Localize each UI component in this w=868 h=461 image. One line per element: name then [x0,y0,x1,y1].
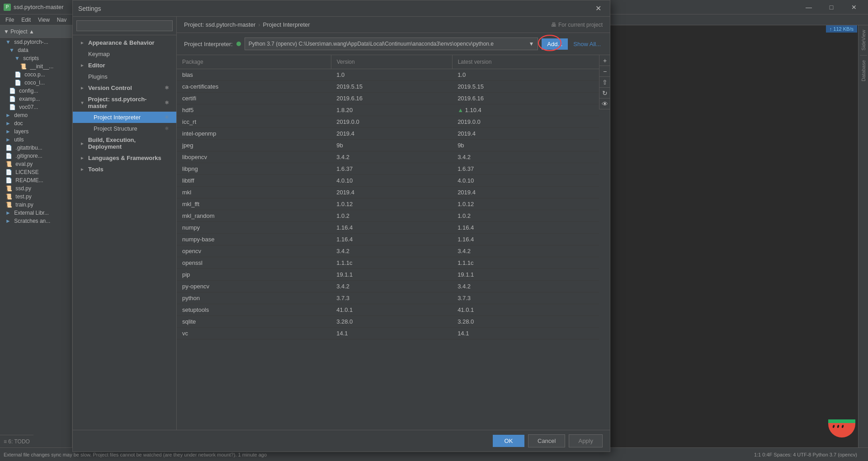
menu-file[interactable]: File [2,14,18,25]
table-row[interactable]: hdf51.8.20▲ 1.10.4 [177,104,599,116]
tree-gitattrib[interactable]: 📄 .gitattribu... [0,144,72,152]
nav-plugins[interactable]: Plugins [73,71,176,82]
tree-examp[interactable]: 📄 examp... [0,95,72,103]
settings-sidebar: ► Appearance & Behavior Keymap ► Editor … [73,17,177,430]
cell-package: jpeg [177,140,331,151]
right-panel-tabs: SideView Database [858,25,868,447]
nav-version-control[interactable]: ► Version Control ⚛ [73,82,176,94]
settings-search-input[interactable] [76,20,173,31]
table-row[interactable]: numpy-base1.16.41.16.4 [177,234,599,245]
tree-ssd[interactable]: 📜 ssd.py [0,184,72,193]
nav-languages[interactable]: ► Languages & Frameworks [73,152,176,164]
table-row[interactable]: openssl1.1.1c1.1.1c [177,257,599,269]
table-row[interactable]: mkl2019.42019.4 [177,187,599,198]
show-all-button[interactable]: Show All... [571,38,603,50]
todo-tab-label: ≡ 6: TODO [4,438,30,445]
apply-button[interactable]: Apply [569,434,603,447]
file-icon: 📄 [5,177,12,183]
nav-appearance[interactable]: ► Appearance & Behavior [73,37,176,48]
tree-root[interactable]: ▼ ssd.pytorch-... [0,38,72,46]
table-row[interactable]: setuptools41.0.141.0.1 [177,304,599,316]
tree-demo[interactable]: ► demo [0,111,72,119]
tree-license[interactable]: 📄 LICENSE [0,168,72,176]
todo-tab[interactable]: ≡ 6: TODO [0,435,33,447]
nav-project-ssd[interactable]: ▼ Project: ssd.pytorch-master ⚛ [73,94,176,112]
file-icon: 📄 [9,104,16,110]
dialog-close-button[interactable]: ✕ [592,2,604,15]
interpreter-select[interactable]: Python 3.7 (opencv) C:\Users\man.wang\Ap… [245,38,538,50]
table-row[interactable]: ca-certificates2019.5.152019.5.15 [177,81,599,93]
table-row[interactable]: icc_rt2019.0.02019.0.0 [177,116,599,128]
tree-doc[interactable]: ► doc [0,119,72,127]
cell-package: libopencv [177,151,331,163]
table-row[interactable]: python3.7.33.7.3 [177,292,599,304]
ide-close-button[interactable]: ✕ [844,0,864,14]
package-table: Package Version Latest version blas1.01.… [177,55,599,339]
table-row[interactable]: vc14.114.1 [177,328,599,339]
remove-package-button[interactable]: − [599,66,610,77]
table-row[interactable]: libopencv3.4.23.4.2 [177,151,599,163]
tree-layers[interactable]: ► layers [0,127,72,136]
menu-edit[interactable]: Edit [18,14,34,25]
tree-utils[interactable]: ► utils [0,136,72,144]
table-scroll[interactable]: Package Version Latest version blas1.01.… [177,55,610,430]
cell-version: 2019.4 [331,187,452,198]
tree-coco-p[interactable]: 📄 coco.p... [0,71,72,79]
add-interpreter-button[interactable]: Add... [542,38,568,50]
tree-train[interactable]: 📜 train.py [0,201,72,209]
table-row[interactable]: intel-openmp2019.42019.4 [177,128,599,140]
add-package-button[interactable]: + [599,55,610,66]
maximize-button[interactable]: □ [821,0,842,14]
tree-init[interactable]: 📜 __init__... [0,62,72,71]
table-row[interactable]: py-opencv3.4.23.4.2 [177,281,599,292]
cell-version: 3.7.3 [331,292,452,304]
py-icon: 📜 [5,202,12,208]
cell-version: 2019.6.16 [331,93,452,104]
minimize-button[interactable]: — [798,0,819,14]
add-button-wrapper: Add... [542,38,568,50]
tree-scratches[interactable]: ► Scratches an... [0,217,72,225]
nav-project-label: Project: ssd.pytorch-master [88,96,162,109]
table-row[interactable]: pip19.1.119.1.1 [177,269,599,281]
tree-gitignore[interactable]: 📄 .gitignore... [0,152,72,160]
ok-button[interactable]: OK [493,435,524,447]
tree-config[interactable]: 📄 config... [0,87,72,95]
table-row[interactable]: blas1.01.0 [177,69,599,81]
table-row[interactable]: libtiff4.0.104.0.10 [177,175,599,187]
sideview-tab[interactable]: SideView [860,27,867,53]
tree-coco-l[interactable]: 📄 coco_l... [0,79,72,87]
table-row[interactable]: libpng1.6.371.6.37 [177,163,599,175]
tree-test[interactable]: 📜 test.py [0,193,72,201]
nav-project-structure[interactable]: Project Structure ⚛ [73,123,176,134]
table-row[interactable]: mkl_fft1.0.121.0.12 [177,198,599,210]
nav-project-interpreter[interactable]: Project Interpreter ⚛ [73,112,176,123]
tree-external-libs[interactable]: ► External Libr... [0,209,72,217]
nav-build-exec[interactable]: ► Build, Execution, Deployment [73,134,176,152]
folder-icon: ► [5,112,11,118]
upgrade-package-button[interactable]: ⇧ [599,77,610,88]
table-row[interactable]: sqlite3.28.03.28.0 [177,316,599,328]
table-row[interactable]: mkl_random1.0.21.0.2 [177,210,599,222]
cancel-button[interactable]: Cancel [528,434,565,447]
tree-data[interactable]: ▼ data [0,46,72,54]
tree-voc07[interactable]: 📄 voc07... [0,103,72,111]
nav-tools[interactable]: ► Tools [73,164,176,175]
cell-package: py-opencv [177,281,331,292]
tree-scripts[interactable]: ▼ scripts [0,54,72,62]
eye-button[interactable]: 👁 [599,99,610,109]
table-row[interactable]: jpeg9b9b [177,140,599,151]
nav-editor[interactable]: ► Editor [73,60,176,71]
tree-readme[interactable]: 📄 README... [0,176,72,184]
table-row[interactable]: numpy1.16.41.16.4 [177,222,599,234]
menu-nav[interactable]: Nav [53,14,70,25]
tree-eval[interactable]: 📜 eval.py [0,160,72,168]
sync-icon: ⚛ [165,85,169,91]
nav-keymap[interactable]: Keymap [73,48,176,60]
table-row[interactable]: certifi2019.6.162019.6.16 [177,93,599,104]
menu-view[interactable]: View [34,14,53,25]
refresh-packages-button[interactable]: ↻ [599,88,610,99]
py-icon: 📜 [20,63,27,70]
database-tab[interactable]: Database [860,57,867,84]
table-row[interactable]: opencv3.4.23.4.2 [177,245,599,257]
project-tab[interactable]: ▼ Project ▲ [0,25,72,38]
